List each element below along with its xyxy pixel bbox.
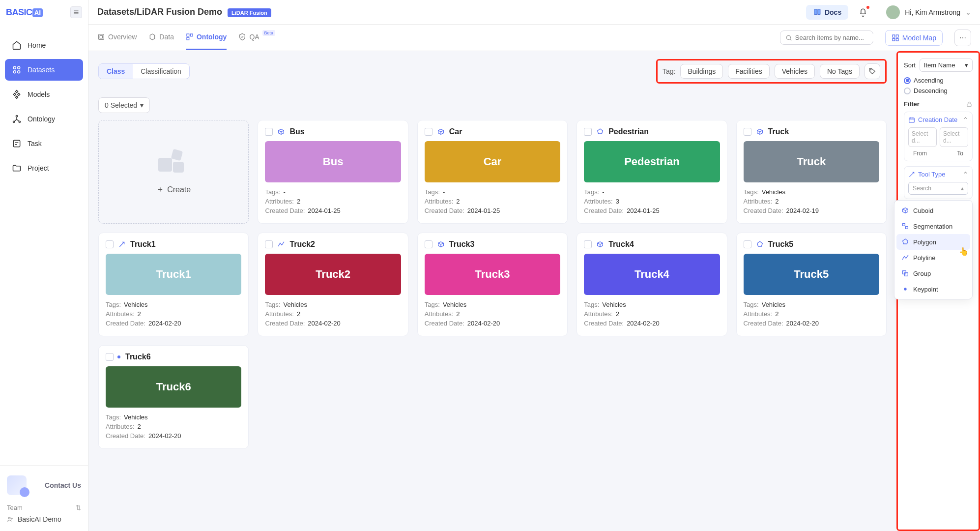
meta-key-attrs: Attributes: (584, 310, 613, 318)
tag-notags[interactable]: No Tags (820, 64, 860, 79)
team-row[interactable]: BasicAI Demo (5, 513, 83, 525)
segment-classification[interactable]: Classification (133, 64, 189, 79)
meta-key-created: Created Date: (265, 207, 305, 214)
card-thumb: Truck3 (425, 254, 560, 295)
meta-val-created: 2024-01-25 (308, 207, 341, 214)
tab-overview[interactable]: Overview (97, 25, 137, 50)
more-button[interactable]: ⋯ (954, 30, 971, 46)
svg-rect-23 (906, 227, 908, 229)
class-card[interactable]: Truck3 Truck3 Tags:Vehicles Attributes:2… (417, 233, 568, 336)
sidebar-item-datasets[interactable]: Datasets (5, 59, 83, 81)
sidebar-item-ontology[interactable]: Ontology (5, 108, 83, 130)
beta-badge: Beta (262, 30, 276, 36)
data-icon (148, 33, 156, 41)
class-card[interactable]: Truck Truck Tags:Vehicles Attributes:2 C… (736, 120, 887, 224)
polyline-icon (277, 240, 286, 249)
card-checkbox[interactable] (106, 353, 114, 361)
chevron-up-icon[interactable]: ⌃ (963, 116, 968, 123)
svg-rect-10 (99, 34, 104, 40)
class-card[interactable]: Truck6 Truck6 Tags:Vehicles Attributes:2… (98, 345, 249, 449)
class-card[interactable]: Truck1 Truck1 Tags:Vehicles Attributes:2… (98, 233, 249, 336)
tool-option-group[interactable]: Group (896, 266, 970, 281)
class-card[interactable]: Pedestrian Pedestrian Tags:- Attributes:… (576, 120, 727, 224)
meta-val-attrs: 2 (775, 198, 778, 205)
class-card[interactable]: Car Car Tags:- Attributes:2 Created Date… (417, 120, 568, 224)
card-title: Truck5 (768, 240, 794, 249)
tag-facilities[interactable]: Facilities (728, 64, 769, 79)
card-checkbox[interactable] (744, 240, 751, 248)
date-from-input[interactable]: Select d... (908, 127, 937, 147)
search-icon (785, 34, 792, 41)
notifications-button[interactable] (858, 7, 868, 17)
card-checkbox[interactable] (265, 240, 273, 248)
card-checkbox[interactable] (584, 240, 592, 248)
meta-val-attrs: 2 (456, 198, 460, 205)
tag-manage-button[interactable] (865, 63, 880, 79)
card-checkbox[interactable] (744, 128, 751, 136)
sort-descending-radio[interactable]: Descending (904, 87, 973, 94)
card-checkbox[interactable] (425, 240, 432, 248)
meta-val-created: 2024-02-20 (627, 320, 660, 327)
user-menu[interactable]: Hi, Kim Armstrong ⌄ (878, 5, 971, 19)
tab-qa[interactable]: QA Beta (238, 25, 275, 50)
team-selector[interactable]: Team ⇅ (5, 499, 83, 513)
sidebar-item-home[interactable]: Home (5, 34, 83, 56)
meta-key-created: Created Date: (425, 207, 464, 214)
class-card[interactable]: Bus Bus Tags:- Attributes:2 Created Date… (258, 120, 408, 224)
sidebar-item-task[interactable]: Task (5, 133, 83, 154)
polygon-icon (901, 238, 909, 246)
tag-label: Tag: (663, 67, 675, 75)
tool-type-search[interactable]: Search ▴ (908, 182, 968, 195)
model-map-button[interactable]: Model Map (885, 30, 943, 46)
tab-label: QA (249, 33, 259, 41)
search-field[interactable] (795, 34, 878, 41)
tool-option-keypoint[interactable]: Keypoint (896, 281, 970, 297)
sidebar-item-project[interactable]: Project (5, 157, 83, 179)
asc-label: Ascending (914, 77, 944, 84)
plus-icon: ＋ (156, 184, 164, 195)
models-icon (12, 89, 22, 99)
search-input[interactable] (780, 30, 873, 45)
sort-ascending-radio[interactable]: Ascending (904, 77, 973, 84)
class-card[interactable]: Truck2 Truck2 Tags:Vehicles Attributes:2… (258, 233, 408, 336)
tool-option-segmentation[interactable]: Segmentation (896, 218, 970, 234)
card-title: Truck1 (130, 240, 156, 249)
polygon-icon (596, 127, 605, 136)
selected-count-dropdown[interactable]: 0 Selected ▾ (98, 97, 150, 113)
card-checkbox[interactable] (584, 128, 592, 136)
svg-point-19 (870, 69, 871, 70)
chevron-down-icon: ⌄ (965, 8, 971, 16)
docs-button[interactable]: Docs (806, 5, 848, 20)
sidebar-item-label: Ontology (28, 115, 55, 123)
date-to-input[interactable]: Select d... (940, 127, 968, 147)
tool-option-cuboid[interactable]: Cuboid (896, 203, 970, 218)
segment-class[interactable]: Class (99, 64, 133, 79)
contact-us-button[interactable]: Contact Us (5, 472, 83, 499)
tab-ontology[interactable]: Ontology (186, 25, 227, 50)
home-icon (12, 40, 22, 50)
meta-key-created: Created Date: (584, 320, 624, 327)
create-card[interactable]: ＋Create (98, 120, 249, 224)
breadcrumb-root[interactable]: Datasets (97, 7, 134, 17)
sort-select[interactable]: Item Name ▾ (920, 59, 973, 72)
card-checkbox[interactable] (265, 128, 273, 136)
tag-vehicles[interactable]: Vehicles (775, 64, 815, 79)
sidebar-collapse-button[interactable] (70, 6, 82, 18)
card-checkbox[interactable] (425, 128, 432, 136)
svg-point-14 (786, 35, 790, 39)
svg-rect-12 (190, 34, 193, 36)
caret-up-icon: ▴ (961, 185, 964, 192)
chevron-up-icon[interactable]: ⌃ (963, 171, 968, 178)
tool-option-label: Polygon (913, 238, 936, 246)
class-card[interactable]: Truck5 Truck5 Tags:Vehicles Attributes:2… (736, 233, 887, 336)
card-checkbox[interactable] (106, 240, 114, 248)
tag-buildings[interactable]: Buildings (680, 64, 723, 79)
class-card[interactable]: Truck4 Truck4 Tags:Vehicles Attributes:2… (576, 233, 727, 336)
svg-rect-22 (903, 224, 905, 226)
avatar (886, 5, 900, 19)
svg-point-2 (13, 71, 16, 73)
class-classification-toggle: Class Classification (98, 63, 190, 79)
svg-point-0 (13, 66, 16, 69)
sidebar-item-models[interactable]: Models (5, 84, 83, 105)
tab-data[interactable]: Data (148, 25, 174, 50)
